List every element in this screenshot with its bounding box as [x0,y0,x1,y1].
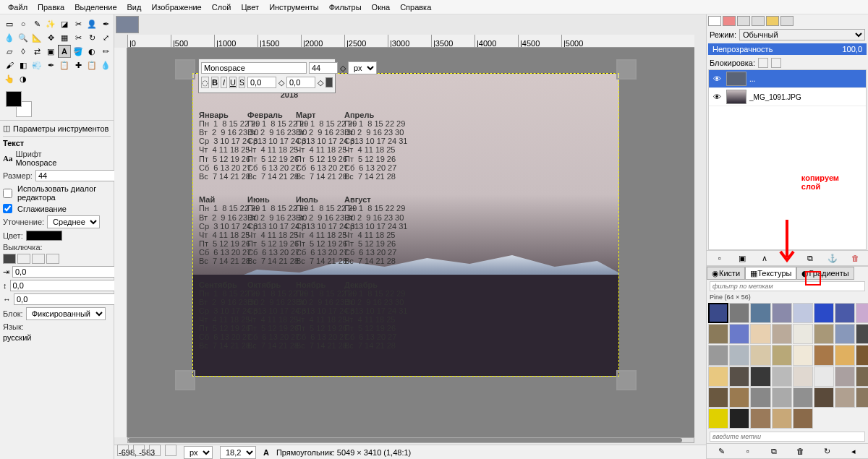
texture-swatch[interactable] [814,303,834,323]
tool-smudge[interactable]: 👆 [3,72,16,85]
texture-swatch[interactable] [814,324,834,344]
align-justify[interactable] [46,254,59,264]
dock-tab-paths[interactable] [737,16,750,26]
tool-move[interactable]: ✥ [44,31,57,44]
texture-swatch[interactable] [750,408,770,429]
menu-edit[interactable]: Правка [33,1,69,13]
tt-kern2[interactable] [286,77,315,88]
layer-new-icon[interactable]: ▫ [713,252,726,264]
menu-image[interactable]: Изображение [146,1,206,13]
tool-scissors[interactable]: ✂ [72,17,85,30]
texture-swatch[interactable] [750,387,770,408]
texture-swatch[interactable] [708,345,728,365]
tex-del-icon[interactable]: 🗑 [794,445,807,457]
layer-duplicate-icon[interactable]: ⧉ [804,252,817,264]
texture-swatch[interactable] [772,408,792,429]
text-color[interactable] [26,231,62,241]
texture-swatch[interactable] [708,324,728,344]
bb-4[interactable] [165,445,176,456]
bb-1[interactable] [117,445,129,456]
menu-tools[interactable]: Инструменты [264,1,324,13]
lang-value[interactable]: русский [3,333,111,342]
lock-pixels-icon[interactable] [758,58,768,68]
tool-bucket-fill[interactable]: 🪣 [72,45,85,58]
document-tab[interactable] [116,16,139,33]
tool-paths[interactable]: ✒ [99,17,112,30]
layer-row-text[interactable]: 👁 ... [709,70,866,88]
layer-row-image[interactable]: 👁 _MG_1091.JPG [709,88,866,106]
tex-dup-icon[interactable]: ⧉ [767,445,780,457]
menu-color[interactable]: Цвет [236,1,264,13]
tool-text[interactable]: A [58,45,71,58]
text-floating-toolbar[interactable]: ◇ px ◌ B I U S ◇ ◇ [198,59,336,93]
tool-scale[interactable]: ⤢ [99,31,112,44]
tt-unit[interactable]: px [348,61,377,74]
texture-swatch[interactable] [856,366,868,387]
texture-swatch[interactable] [856,387,868,408]
menu-help[interactable]: Справка [395,1,436,13]
tt-clear[interactable]: ◌ [201,77,209,88]
texture-swatch[interactable] [814,366,834,387]
menu-view[interactable]: Вид [122,1,147,13]
menu-layer[interactable]: Слой [207,1,237,13]
texture-swatch[interactable] [814,387,834,408]
dock-tab-5[interactable] [766,16,779,26]
tool-rectangle-select[interactable]: ▭ [3,17,16,30]
texture-swatch[interactable] [729,366,749,387]
texture-swatch[interactable] [835,345,855,365]
tool-heal[interactable]: ✚ [72,59,85,72]
tt-size[interactable] [309,62,338,74]
tt-font[interactable] [201,62,307,74]
tool-cage[interactable]: ▣ [44,45,57,58]
tool-shear[interactable]: ▱ [3,45,16,58]
antialias-checkbox[interactable] [3,204,12,213]
image-canvas[interactable]: 2018 ЯнварьПн 1 8 15 22 29 Вт 2 9 16 23 … [192,73,619,377]
tool-blur[interactable]: 💧 [99,59,112,72]
scrollbar-horizontal[interactable] [127,437,694,443]
tool-perspective-clone[interactable]: 📋 [85,59,98,72]
tool-crop[interactable]: ✂ [72,31,85,44]
bb-2[interactable] [133,445,145,456]
texture-swatch[interactable] [729,324,749,344]
texture-swatch[interactable] [772,324,792,344]
texture-swatch[interactable] [772,387,792,408]
tt-italic[interactable]: I [221,77,227,88]
tool-measure[interactable]: 📐 [30,31,43,44]
tool-perspective[interactable]: ◊ [17,45,30,58]
mode-select[interactable]: Обычный [739,29,865,40]
texture-swatch[interactable] [750,366,770,387]
texture-swatch[interactable] [793,303,813,323]
brush-filter-input[interactable] [710,281,865,291]
status-unit[interactable]: px [184,446,213,459]
dock-tab-layers[interactable] [708,16,721,26]
tex-refresh-icon[interactable]: ↻ [820,445,833,457]
tex-new-icon[interactable]: ▫ [741,445,754,457]
texture-swatch[interactable] [856,324,868,344]
tool-free-select[interactable]: ✎ [30,17,43,30]
tt-kern1[interactable] [247,77,276,88]
brush-tab-brushes[interactable]: ◉Кисти [707,267,745,280]
menu-select[interactable]: Выделение [69,1,122,13]
tool-rotate[interactable]: ↻ [85,31,98,44]
texture-swatch[interactable] [750,303,770,323]
texture-swatch[interactable] [835,366,855,387]
menu-windows[interactable]: Окна [367,1,396,13]
align-center[interactable] [17,254,30,264]
tool-foreground[interactable]: 👤 [85,17,98,30]
tool-zoom[interactable]: 🔍 [17,31,30,44]
texture-swatch[interactable] [835,324,855,344]
tool-blend[interactable]: ◐ [85,45,98,58]
menu-filters[interactable]: Фильтры [324,1,367,13]
texture-swatch[interactable] [750,324,770,344]
texture-swatch[interactable] [856,303,868,323]
texture-swatch[interactable] [729,408,749,429]
brush-tag-input[interactable] [710,432,865,442]
tool-ellipse-select[interactable]: ○ [17,17,30,30]
ruler-horizontal[interactable]: |0|500|1000 |1500|2000|2500 |3000|3500|4… [127,35,694,48]
dock-tab-6[interactable] [780,16,793,26]
layer-visibility-icon[interactable]: 👁 [710,93,723,101]
texture-swatch[interactable] [750,345,770,365]
status-zoom[interactable]: 18,2 % [220,446,256,459]
handle-bottom-right[interactable] [616,370,637,390]
hinting-select[interactable]: Среднее [47,215,100,228]
